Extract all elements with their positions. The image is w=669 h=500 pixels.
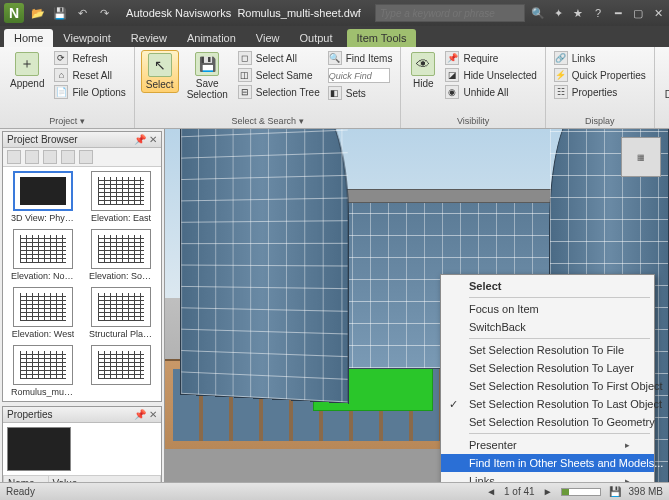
thumb-caption: Elevation: West xyxy=(12,329,74,339)
find-items-button[interactable]: 🔍Find Items xyxy=(326,50,395,66)
search-icon[interactable]: 🔍 xyxy=(531,6,545,20)
quick-properties-button[interactable]: ⚡Quick Properties xyxy=(552,67,648,83)
sheet-thumb[interactable]: Elevation: South xyxy=(85,229,157,281)
sheet-thumb[interactable] xyxy=(85,345,157,397)
browser-tool-icon[interactable] xyxy=(25,150,39,164)
ctx-select[interactable]: Select xyxy=(441,277,654,295)
sheet-thumb[interactable]: Elevation: North xyxy=(7,229,79,281)
viewport-3d[interactable]: ▦ Select Focus on Item SwitchBack Set Se… xyxy=(165,129,669,482)
tab-output[interactable]: Output xyxy=(290,29,343,47)
memory-label: 398 MB xyxy=(629,486,663,497)
select-all-button[interactable]: ◻Select All xyxy=(236,50,322,66)
help-icon[interactable]: ? xyxy=(591,6,605,20)
tab-home[interactable]: Home xyxy=(4,29,53,47)
ctx-res-first[interactable]: Set Selection Resolution To First Object xyxy=(441,377,654,395)
disk-icon: 💾 xyxy=(609,486,621,497)
cursor-icon: ↖ xyxy=(148,53,172,77)
tree-icon: ⊟ xyxy=(238,85,252,99)
window-title: Autodesk Navisworks Romulus_multi-sheet.… xyxy=(112,7,375,19)
selection-tree-button[interactable]: ⊟Selection Tree xyxy=(236,84,322,100)
append-icon: ＋ xyxy=(15,52,39,76)
thumb-caption: Structural Plan… xyxy=(89,329,153,339)
sheet-prev-icon[interactable]: ◄ xyxy=(486,486,496,497)
ribbon-group-tools: ⚠Clash Detective 🕒TimeLiner 🎨Presenter 🎞… xyxy=(655,47,669,128)
context-menu: Select Focus on Item SwitchBack Set Sele… xyxy=(440,274,655,482)
sheet-thumb[interactable]: Elevation: West xyxy=(7,287,79,339)
tab-animation[interactable]: Animation xyxy=(177,29,246,47)
reset-icon: ⌂ xyxy=(54,68,68,82)
minimize-icon[interactable]: ━ xyxy=(611,6,625,20)
ctx-presenter[interactable]: Presenter▸ xyxy=(441,436,654,454)
qat-open-icon[interactable]: 📂 xyxy=(30,5,46,21)
sheet-thumb[interactable]: Structural Plan… xyxy=(85,287,157,339)
browser-tool-icon[interactable] xyxy=(79,150,93,164)
ribbon-group-visibility: 👁 Hide 📌Require ◪Hide Unselected ◉Unhide… xyxy=(401,47,545,128)
find-icon: 🔍 xyxy=(328,51,342,65)
view-cube[interactable]: ▦ xyxy=(621,137,661,177)
clash-detective-button[interactable]: ⚠Clash Detective xyxy=(661,50,669,102)
unhide-all-button[interactable]: ◉Unhide All xyxy=(443,84,538,100)
browser-tool-icon[interactable] xyxy=(7,150,21,164)
hide-unselected-button[interactable]: ◪Hide Unselected xyxy=(443,67,538,83)
close-icon[interactable]: ✕ xyxy=(651,6,665,20)
thumb-caption: Elevation: East xyxy=(91,213,151,223)
properties-thumbnail xyxy=(7,427,71,471)
pin-icon[interactable]: 📌 ✕ xyxy=(134,134,157,145)
quick-find-input[interactable] xyxy=(326,67,395,84)
links-button[interactable]: 🔗Links xyxy=(552,50,648,66)
ctx-links[interactable]: Links▸ xyxy=(441,472,654,482)
browser-tool-icon[interactable] xyxy=(43,150,57,164)
ctx-res-file[interactable]: Set Selection Resolution To File xyxy=(441,341,654,359)
ctx-switchback[interactable]: SwitchBack xyxy=(441,318,654,336)
ctx-res-layer[interactable]: Set Selection Resolution To Layer xyxy=(441,359,654,377)
select-button[interactable]: ↖ Select xyxy=(141,50,179,93)
qat-redo-icon[interactable]: ↷ xyxy=(96,5,112,21)
sets-button[interactable]: ◧Sets xyxy=(326,85,395,101)
qat-undo-icon[interactable]: ↶ xyxy=(74,5,90,21)
favorite-icon[interactable]: ★ xyxy=(571,6,585,20)
ctx-res-geom[interactable]: Set Selection Resolution To Geometry xyxy=(441,413,654,431)
select-same-button[interactable]: ◫Select Same xyxy=(236,67,322,83)
file-options-icon: 📄 xyxy=(54,85,68,99)
unhide-icon: ◉ xyxy=(445,85,459,99)
refresh-icon: ⟳ xyxy=(54,51,68,65)
quick-prop-icon: ⚡ xyxy=(554,68,568,82)
ctx-res-last[interactable]: Set Selection Resolution To Last Object xyxy=(441,395,654,413)
tab-view[interactable]: View xyxy=(246,29,290,47)
ribbon-group-select: ↖ Select 💾 Save Selection ◻Select All ◫S… xyxy=(135,47,402,128)
properties-button[interactable]: ☷Properties xyxy=(552,84,648,100)
browser-toolbar xyxy=(3,148,161,167)
ctx-find-item[interactable]: Find Item in Other Sheets and Models... xyxy=(441,454,654,472)
maximize-icon[interactable]: ▢ xyxy=(631,6,645,20)
project-browser-title: Project Browser xyxy=(7,134,78,145)
hide-button[interactable]: 👁 Hide xyxy=(407,50,439,91)
sheet-next-icon[interactable]: ► xyxy=(543,486,553,497)
browser-tool-icon[interactable] xyxy=(61,150,75,164)
app-menu-icon[interactable]: N xyxy=(4,3,24,23)
help-search-input[interactable] xyxy=(375,4,525,22)
sheet-thumb[interactable]: 3D View: Physi… xyxy=(7,171,79,223)
require-button[interactable]: 📌Require xyxy=(443,50,538,66)
thumb-caption: Elevation: South xyxy=(89,271,153,281)
select-all-icon: ◻ xyxy=(238,51,252,65)
sheet-thumb[interactable]: Elevation: East xyxy=(85,171,157,223)
sub-center-icon[interactable]: ✦ xyxy=(551,6,565,20)
append-button[interactable]: ＋ Append xyxy=(6,50,48,91)
title-bar: N 📂 💾 ↶ ↷ Autodesk Navisworks Romulus_mu… xyxy=(0,0,669,26)
file-options-button[interactable]: 📄File Options xyxy=(52,84,127,100)
save-selection-button[interactable]: 💾 Save Selection xyxy=(183,50,232,102)
ribbon: ＋ Append ⟳Refresh ⌂Reset All 📄File Optio… xyxy=(0,47,669,129)
links-icon: 🔗 xyxy=(554,51,568,65)
status-ready: Ready xyxy=(6,486,35,497)
refresh-button[interactable]: ⟳Refresh xyxy=(52,50,127,66)
sheet-thumb[interactable]: Romulus_multi-sheet xyxy=(7,345,79,397)
reset-all-button[interactable]: ⌂Reset All xyxy=(52,67,127,83)
ctx-focus[interactable]: Focus on Item xyxy=(441,300,654,318)
pin-icon[interactable]: 📌 ✕ xyxy=(134,409,157,420)
sheet-counter: 1 of 41 xyxy=(504,486,535,497)
tab-viewpoint[interactable]: Viewpoint xyxy=(53,29,121,47)
qat-save-icon[interactable]: 💾 xyxy=(52,5,68,21)
side-panels: Project Browser📌 ✕ 3D View: Physi…Elevat… xyxy=(0,129,165,482)
tab-review[interactable]: Review xyxy=(121,29,177,47)
tab-item-tools[interactable]: Item Tools xyxy=(347,29,417,47)
